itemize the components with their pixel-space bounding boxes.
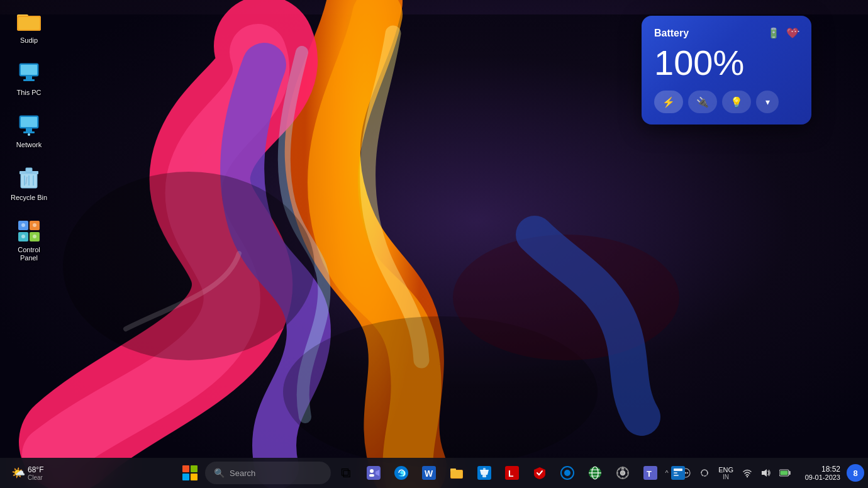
- browser2-icon: [588, 466, 602, 480]
- search-icon: 🔍: [214, 468, 225, 478]
- recycle-bin-icon: [16, 166, 42, 191]
- windows-logo: [182, 465, 198, 480]
- svg-rect-9: [21, 65, 37, 75]
- taskbar-app-browser2[interactable]: [582, 460, 608, 485]
- svg-rect-61: [674, 475, 679, 476]
- icon-network[interactable]: Network: [6, 111, 52, 152]
- icon-this-pc[interactable]: This PC: [6, 58, 52, 99]
- icon-sudip-label: Sudip: [20, 36, 38, 45]
- battery-controls: ⚡ 🔌 💡 ▾: [654, 91, 799, 113]
- language-region: IN: [723, 474, 729, 480]
- taskbar-app-mcafee[interactable]: [527, 460, 552, 485]
- clock[interactable]: 18:52 09-01-2023: [795, 462, 845, 484]
- icon-recycle-bin[interactable]: Recycle Bin: [6, 164, 52, 204]
- cortana-icon: [560, 466, 574, 480]
- widget-title: Battery: [654, 28, 689, 39]
- svg-rect-59: [674, 469, 682, 471]
- svg-rect-42: [483, 468, 486, 471]
- weather-temp: 68°F: [28, 465, 43, 474]
- svg-point-29: [21, 235, 25, 238]
- file-explorer-icon: [450, 466, 464, 480]
- wifi-icon: [742, 468, 752, 478]
- svg-point-1: [63, 172, 314, 360]
- taskbar-app-word[interactable]: W: [416, 460, 442, 485]
- language-indicator[interactable]: ENG IN: [715, 465, 737, 482]
- weather-widget[interactable]: 🌤️ 68°F Clear: [5, 463, 50, 484]
- svg-rect-60: [674, 472, 677, 474]
- svg-rect-41: [482, 475, 486, 477]
- taskbar-app-file-explorer[interactable]: [444, 460, 469, 485]
- battery-widget: ··· Battery 🔋 ❤️ 100% ⚡ 🔌 💡 ▾: [642, 16, 811, 125]
- svg-text:T: T: [647, 469, 652, 479]
- this-pc-icon: [16, 61, 42, 86]
- tray-volume[interactable]: [757, 464, 775, 482]
- volume-icon: [761, 468, 771, 478]
- tray-sync[interactable]: [696, 464, 713, 482]
- svg-point-16: [28, 133, 30, 136]
- weather-condition: Clear: [28, 474, 43, 481]
- control-panel-icon: [16, 218, 42, 243]
- svg-rect-10: [26, 76, 32, 79]
- svg-rect-33: [369, 474, 374, 477]
- battery-health-icon[interactable]: 🔋: [767, 27, 780, 39]
- widget-header: Battery 🔋 ❤️: [654, 27, 799, 39]
- svg-rect-13: [21, 117, 37, 127]
- taskbar-left: 🌤️ 68°F Clear: [0, 463, 50, 484]
- taskbar-app-launcher[interactable]: L: [499, 460, 525, 485]
- taskbar-app-store[interactable]: [472, 460, 497, 485]
- mcafee-icon: [533, 466, 547, 480]
- icon-control-panel[interactable]: Control Panel: [6, 216, 52, 265]
- sync-icon: [699, 468, 709, 478]
- svg-point-46: [564, 470, 570, 476]
- taskbar-app-outlook[interactable]: [665, 460, 691, 485]
- icon-this-pc-label: This PC: [16, 89, 41, 97]
- taskbar-app-edge[interactable]: [389, 460, 414, 485]
- svg-rect-19: [26, 168, 32, 172]
- icon-sudip[interactable]: Sudip: [6, 6, 52, 47]
- language-text: ENG: [718, 466, 733, 474]
- task-view-icon: ⧉: [341, 465, 351, 481]
- battery-saver-button[interactable]: ⚡: [654, 91, 683, 113]
- taskbar-app-cortana[interactable]: [555, 460, 580, 485]
- expand-button[interactable]: ▾: [756, 91, 779, 113]
- search-placeholder: Search: [230, 469, 255, 478]
- launcher-icon: L: [505, 466, 519, 480]
- svg-rect-15: [23, 131, 35, 133]
- brightness-button[interactable]: 💡: [722, 91, 751, 113]
- power-mode-button[interactable]: 🔌: [688, 91, 717, 113]
- svg-rect-7: [18, 17, 40, 30]
- taskbar-app-teams-meet[interactable]: [361, 460, 386, 485]
- word-icon: W: [422, 466, 436, 480]
- tray-wifi[interactable]: [738, 464, 756, 482]
- desktop-icons: Sudip This PC: [6, 6, 52, 265]
- teams-icon: T: [643, 466, 657, 480]
- desktop: Sudip This PC: [0, 0, 868, 488]
- icon-control-panel-label: Control Panel: [9, 246, 49, 262]
- widget-more-button[interactable]: ···: [786, 22, 805, 40]
- icon-network-label: Network: [16, 141, 42, 149]
- taskbar-app-teams[interactable]: T: [638, 460, 663, 485]
- svg-point-28: [33, 223, 36, 227]
- svg-rect-69: [789, 471, 791, 475]
- svg-rect-14: [26, 128, 32, 131]
- svg-point-27: [21, 223, 25, 227]
- store-icon: [477, 466, 491, 480]
- tray-battery[interactable]: [776, 464, 794, 482]
- notification-badge[interactable]: 8: [847, 464, 864, 482]
- svg-rect-70: [781, 471, 788, 475]
- start-button[interactable]: [177, 460, 203, 485]
- settings-icon: [616, 466, 630, 480]
- svg-text:W: W: [425, 469, 433, 479]
- network-icon: [16, 113, 42, 138]
- svg-point-32: [370, 469, 374, 473]
- svg-point-66: [747, 476, 748, 477]
- svg-point-30: [33, 235, 36, 238]
- weather-icon: 🌤️: [11, 466, 25, 480]
- taskbar: 🌤️ 68°F Clear �: [0, 458, 868, 488]
- taskbar-app-task-view[interactable]: ⧉: [333, 460, 359, 485]
- search-bar[interactable]: 🔍 Search: [205, 462, 331, 484]
- edge-icon: [394, 466, 408, 480]
- outlook-icon: [671, 466, 685, 480]
- clock-time: 18:52: [821, 465, 840, 474]
- taskbar-app-settings[interactable]: [610, 460, 635, 485]
